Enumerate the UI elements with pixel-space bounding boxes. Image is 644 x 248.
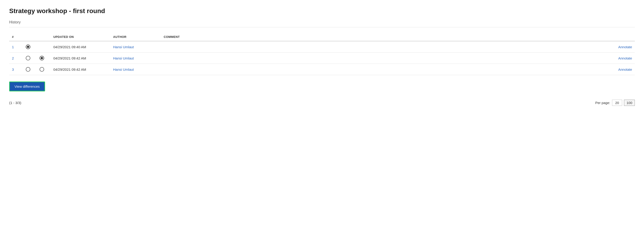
per-page-option-20[interactable]: 20: [612, 100, 622, 106]
col-header-updated: UPDATED ON: [50, 33, 110, 41]
radio2-row-3[interactable]: [40, 67, 44, 72]
col-header-comment: COMMENT: [161, 33, 207, 41]
divider: [9, 27, 635, 27]
annotate-link-row-3[interactable]: Annotate: [618, 67, 632, 71]
comment-row-1: [161, 41, 207, 53]
comment-row-3: [161, 64, 207, 75]
per-page-option-100[interactable]: 100: [624, 100, 635, 106]
table-body: 104/29/2021 09:40 AMHansi UmlautAnnotate…: [9, 41, 635, 75]
updated-on-row-3: 04/29/2021 09:42 AM: [50, 64, 110, 75]
view-differences-button[interactable]: View differences: [9, 81, 45, 91]
updated-on-row-2: 04/29/2021 09:42 AM: [50, 53, 110, 64]
per-page-area: Per page: 20 100: [595, 100, 635, 106]
table-header: # UPDATED ON AUTHOR COMMENT: [9, 33, 635, 41]
page-title: Strategy workshop - first round: [9, 7, 635, 15]
author-link-row-2[interactable]: Hansi Umlaut: [113, 56, 134, 60]
annotate-link-row-2[interactable]: Annotate: [618, 56, 632, 60]
row-num-link-2[interactable]: 2: [12, 56, 14, 60]
updated-on-row-1: 04/29/2021 09:40 AM: [50, 41, 110, 53]
section-label: History: [9, 20, 635, 24]
table-row: 304/29/2021 09:42 AMHansi UmlautAnnotate: [9, 64, 635, 75]
author-link-row-3[interactable]: Hansi Umlaut: [113, 67, 134, 71]
comment-row-2: [161, 53, 207, 64]
radio1-row-1[interactable]: [26, 44, 30, 49]
annotate-link-row-1[interactable]: Annotate: [618, 45, 632, 49]
pagination-info: (1 - 3/3): [9, 101, 22, 105]
history-table: # UPDATED ON AUTHOR COMMENT 104/29/2021 …: [9, 33, 635, 75]
radio2-row-2[interactable]: [40, 56, 44, 60]
table-row: 204/29/2021 09:42 AMHansi UmlautAnnotate: [9, 53, 635, 64]
radio1-row-2[interactable]: [26, 56, 30, 60]
pagination-area: (1 - 3/3) Per page: 20 100: [9, 100, 635, 106]
col-header-num: #: [9, 33, 23, 41]
row-num-link-1[interactable]: 1: [12, 45, 14, 49]
table-row: 104/29/2021 09:40 AMHansi UmlautAnnotate: [9, 41, 635, 53]
col-header-radio1: [23, 33, 37, 41]
row-num-link-3[interactable]: 3: [12, 67, 14, 71]
author-link-row-1[interactable]: Hansi Umlaut: [113, 45, 134, 49]
col-header-author: AUTHOR: [110, 33, 161, 41]
col-header-annotate: [207, 33, 635, 41]
radio1-row-3[interactable]: [26, 67, 30, 72]
per-page-label: Per page:: [595, 101, 610, 105]
col-header-radio2: [37, 33, 50, 41]
